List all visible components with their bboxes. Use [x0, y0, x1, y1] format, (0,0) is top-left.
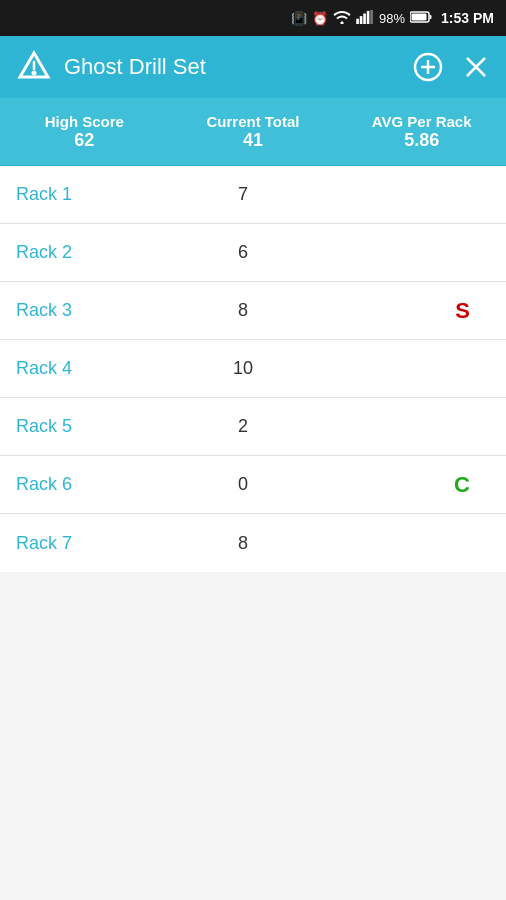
table-row[interactable]: Rack 38S	[0, 282, 506, 340]
rack-score: 2	[167, 416, 318, 437]
svg-rect-4	[370, 10, 373, 24]
svg-rect-3	[367, 10, 370, 23]
svg-rect-2	[363, 13, 366, 24]
rack-name: Rack 3	[16, 300, 167, 321]
status-icons: 📳 ⏰ 98% 1:53 P	[291, 10, 494, 27]
svg-rect-0	[356, 18, 359, 23]
rack-name: Rack 2	[16, 242, 167, 263]
rack-score: 8	[167, 533, 318, 554]
rack-name: Rack 1	[16, 184, 167, 205]
current-total-label: Current Total	[206, 113, 299, 130]
avg-per-rack-col: AVG Per Rack 5.86	[337, 113, 506, 151]
status-time: 1:53 PM	[441, 10, 494, 26]
svg-rect-6	[412, 13, 427, 20]
alarm-icon: ⏰	[312, 11, 328, 26]
rack-indicator: C	[319, 472, 490, 498]
add-button[interactable]	[412, 51, 444, 83]
header-actions	[412, 51, 490, 83]
svg-rect-7	[430, 15, 432, 19]
stats-header: High Score 62 Current Total 41 AVG Per R…	[0, 98, 506, 166]
rack-score: 0	[167, 474, 318, 495]
rack-name: Rack 5	[16, 416, 167, 437]
signal-icon	[356, 10, 374, 27]
table-row[interactable]: Rack 60C	[0, 456, 506, 514]
close-button[interactable]	[462, 53, 490, 81]
svg-rect-1	[360, 16, 363, 24]
rack-name: Rack 4	[16, 358, 167, 379]
avg-per-rack-label: AVG Per Rack	[372, 113, 472, 130]
wifi-icon	[333, 10, 351, 27]
avg-per-rack-value: 5.86	[404, 130, 439, 151]
app-title: Ghost Drill Set	[64, 54, 206, 80]
rack-score: 8	[167, 300, 318, 321]
table-row[interactable]: Rack 52	[0, 398, 506, 456]
rack-indicator: S	[319, 298, 490, 324]
rack-score: 6	[167, 242, 318, 263]
table-row[interactable]: Rack 26	[0, 224, 506, 282]
rack-name: Rack 6	[16, 474, 167, 495]
current-total-value: 41	[243, 130, 263, 151]
battery-icon	[410, 11, 432, 26]
vibrate-icon: 📳	[291, 11, 307, 26]
header-left: Ghost Drill Set	[16, 49, 206, 85]
high-score-col: High Score 62	[0, 113, 169, 151]
battery-percent: 98%	[379, 11, 405, 26]
app-header: Ghost Drill Set	[0, 36, 506, 98]
current-total-col: Current Total 41	[169, 113, 338, 151]
table-row[interactable]: Rack 78	[0, 514, 506, 572]
table-row[interactable]: Rack 410	[0, 340, 506, 398]
rack-score: 7	[167, 184, 318, 205]
rack-name: Rack 7	[16, 533, 167, 554]
high-score-label: High Score	[45, 113, 124, 130]
high-score-value: 62	[74, 130, 94, 151]
rack-score: 10	[167, 358, 318, 379]
rack-table: Rack 17Rack 26Rack 38SRack 410Rack 52Rac…	[0, 166, 506, 572]
app-logo-icon	[16, 49, 52, 85]
table-row[interactable]: Rack 17	[0, 166, 506, 224]
status-bar: 📳 ⏰ 98% 1:53 P	[0, 0, 506, 36]
svg-point-9	[32, 71, 37, 76]
